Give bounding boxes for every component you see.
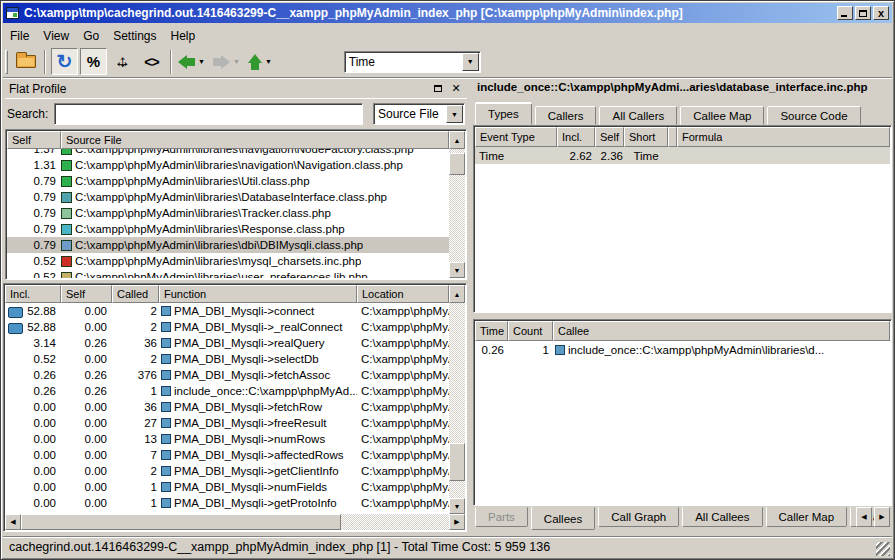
column-header-formula[interactable]: Formula — [677, 127, 890, 147]
detail-bottom-tab[interactable]: All Callees — [682, 507, 762, 527]
function-row[interactable]: 0.26 0.26 376 PMA_DBI_Mysqli->fetchAssoc… — [5, 367, 449, 383]
detail-tab[interactable]: Callee Map — [680, 106, 764, 125]
function-table-hscrollbar[interactable]: ◀ — [5, 514, 449, 530]
column-header-event-type[interactable]: Event Type — [475, 127, 557, 147]
scrollbar-thumb[interactable] — [449, 153, 465, 175]
file-row[interactable]: 0.52 C:\xampp\phpMyAdmin\libraries\mysql… — [7, 253, 449, 269]
file-list-vscrollbar[interactable] — [449, 149, 465, 262]
maximize-button[interactable] — [855, 6, 871, 20]
relative-cost-button[interactable]: <> — [138, 48, 165, 75]
scroll-down-button[interactable]: ▼ — [449, 262, 465, 278]
up-button[interactable] — [248, 54, 262, 70]
group-by-select[interactable]: Source File ▼ — [373, 103, 465, 125]
event-type-dropdown-button[interactable]: ▼ — [462, 53, 479, 71]
scroll-right-button[interactable]: ▶ — [449, 514, 465, 530]
column-header-called[interactable]: Called — [112, 285, 159, 303]
file-row[interactable]: 0.79 C:\xampp\phpMyAdmin\libraries\Track… — [7, 205, 449, 221]
status-bar: cachegrind.out.1416463299-C__xampp_phpMy… — [3, 536, 892, 557]
detail-bottom-tab[interactable]: Callees — [531, 507, 595, 530]
function-icon — [161, 354, 171, 364]
function-table: Incl. Self Called Function Location ▲ 52… — [3, 283, 467, 532]
column-header-time[interactable]: Time — [475, 321, 508, 341]
back-button[interactable] — [178, 55, 195, 69]
cost-color-square-icon — [61, 176, 72, 187]
file-row[interactable]: 0.79 C:\xampp\phpMyAdmin\libraries\dbi\D… — [7, 237, 449, 253]
toolbar-handle[interactable] — [5, 50, 8, 74]
scroll-up-button[interactable]: ▲ — [449, 131, 465, 149]
scroll-left-button[interactable]: ◀ — [5, 514, 21, 530]
function-row[interactable]: 0.00 0.00 2 PMA_DBI_Mysqli->getClientInf… — [5, 463, 449, 479]
close-button[interactable]: x — [873, 6, 889, 20]
callee-row[interactable]: 0.26 1 include_once::C:\xampp\phpMyAdmin… — [475, 341, 890, 358]
detail-tab[interactable]: All Callers — [599, 106, 677, 125]
column-header-source-file[interactable]: Source File — [61, 131, 449, 149]
function-row[interactable]: 0.00 0.00 27 PMA_DBI_Mysqli->freeResult … — [5, 415, 449, 431]
function-icon — [161, 322, 171, 332]
detail-tab[interactable]: Callers — [535, 106, 597, 125]
scrollbar-thumb[interactable] — [449, 443, 465, 481]
up-dropdown-caret[interactable]: ▼ — [265, 58, 272, 65]
tab-scroll-left-button[interactable]: ◀ — [856, 507, 872, 527]
triangle-right-icon: ▶ — [454, 518, 459, 526]
search-input[interactable] — [54, 103, 363, 125]
scroll-down-button[interactable]: ▼ — [449, 498, 465, 514]
detail-bottom-tab[interactable]: Parts — [475, 507, 528, 527]
resize-grip-icon[interactable] — [876, 542, 890, 556]
dock-float-button[interactable] — [431, 82, 445, 95]
dock-close-button[interactable]: ✕ — [449, 82, 463, 95]
column-header-callee[interactable]: Callee — [553, 321, 890, 341]
detail-tab[interactable]: Types — [475, 103, 532, 125]
open-folder-icon — [16, 55, 36, 68]
file-row[interactable]: 0.79 C:\xampp\phpMyAdmin\libraries\Datab… — [7, 189, 449, 205]
reload-button[interactable]: ↻ — [51, 48, 78, 75]
function-table-vscrollbar[interactable] — [449, 303, 465, 514]
function-row[interactable]: 52.88 0.00 2 PMA_DBI_Mysqli->connect C:\… — [5, 303, 449, 319]
file-row[interactable]: 0.79 C:\xampp\phpMyAdmin\libraries\Util.… — [7, 173, 449, 189]
column-header-self[interactable]: Self — [7, 131, 61, 149]
forward-button[interactable] — [213, 55, 230, 69]
file-row[interactable]: 0.52 C:\xampp\phpMyAdmin\libraries\user_… — [7, 269, 449, 278]
callees-table: Time Count Callee 0.26 1 include_once::C… — [473, 319, 892, 506]
event-type-row[interactable]: Time 2.62 2.36 Time — [475, 147, 890, 164]
function-row[interactable]: 0.00 0.00 1 PMA_DBI_Mysqli->getProtoInfo… — [5, 495, 449, 511]
group-by-dropdown-button[interactable]: ▼ — [446, 105, 463, 123]
function-row[interactable]: 52.88 0.00 2 PMA_DBI_Mysqli->_realConnec… — [5, 319, 449, 335]
detail-tab[interactable]: Source Code — [767, 106, 860, 125]
function-row[interactable]: 0.00 0.00 7 PMA_DBI_Mysqli->affectedRows… — [5, 447, 449, 463]
tab-scroll-right-button[interactable]: ▶ — [874, 507, 890, 527]
function-row[interactable]: 0.52 0.00 2 PMA_DBI_Mysqli->selectDb C:\… — [5, 351, 449, 367]
detail-bottom-tab[interactable]: Call Graph — [598, 507, 679, 527]
column-header-self[interactable]: Self — [61, 285, 112, 303]
column-header-location[interactable]: Location — [357, 285, 449, 303]
file-row[interactable]: 1.31 C:\xampp\phpMyAdmin\libraries\navig… — [7, 157, 449, 173]
menu-item[interactable]: View — [36, 27, 76, 45]
menu-item[interactable]: Go — [76, 27, 106, 45]
menu-item[interactable]: Help — [164, 27, 203, 45]
function-row[interactable]: 0.00 0.00 13 PMA_DBI_Mysqli->numRows C:\… — [5, 431, 449, 447]
column-header-incl[interactable]: Incl. — [557, 127, 595, 147]
menu-item[interactable]: File — [3, 27, 36, 45]
function-row[interactable]: 0.00 0.00 1 PMA_DBI_Mysqli->numFields C:… — [5, 479, 449, 495]
column-header-self[interactable]: Self — [595, 127, 624, 147]
detail-panel: include_once::C:\xampp\phpMyAdmi...aries… — [473, 79, 892, 535]
detail-bottom-tab[interactable]: Caller Map — [766, 507, 848, 527]
scroll-up-button[interactable]: ▲ — [449, 285, 465, 303]
function-row[interactable]: 0.26 0.26 1 include_once::C:\xampp\phpMy… — [5, 383, 449, 399]
percent-toggle-button[interactable]: % — [80, 48, 107, 75]
column-header-incl[interactable]: Incl. — [5, 285, 61, 303]
close-icon: ✕ — [451, 82, 460, 95]
cycle-detection-button[interactable]: ↔↕ — [109, 48, 136, 75]
file-row[interactable]: 0.79 C:\xampp\phpMyAdmin\libraries\Respo… — [7, 221, 449, 237]
column-header-count[interactable]: Count — [508, 321, 553, 341]
file-row[interactable]: 1.37 C:\xampp\phpMyAdmin\libraries\navig… — [7, 149, 449, 157]
column-header-function[interactable]: Function — [159, 285, 357, 303]
menu-item[interactable]: Settings — [106, 27, 163, 45]
open-file-button[interactable] — [12, 48, 39, 75]
column-header-short[interactable]: Short — [624, 127, 668, 147]
scrollbar-thumb[interactable] — [21, 514, 341, 530]
function-row[interactable]: 0.00 0.00 36 PMA_DBI_Mysqli->fetchRow C:… — [5, 399, 449, 415]
back-dropdown-caret[interactable]: ▼ — [198, 58, 205, 65]
function-row[interactable]: 3.14 0.26 36 PMA_DBI_Mysqli->realQuery C… — [5, 335, 449, 351]
event-type-select[interactable]: Time ▼ — [344, 51, 481, 73]
minimize-button[interactable] — [837, 6, 853, 20]
